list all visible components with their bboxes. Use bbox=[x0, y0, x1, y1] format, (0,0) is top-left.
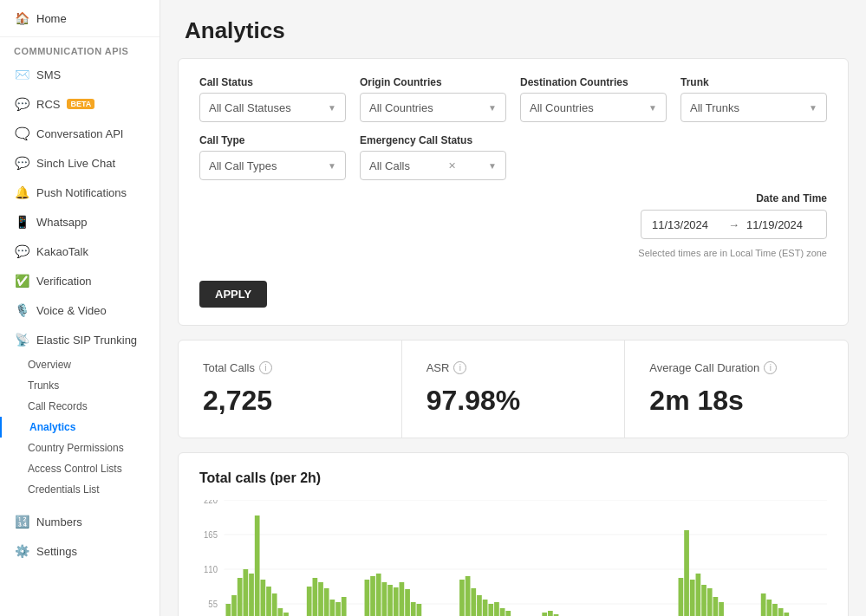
date-to-input[interactable] bbox=[746, 218, 816, 231]
svg-rect-17 bbox=[266, 587, 271, 616]
sidebar-home-label: Home bbox=[36, 12, 67, 25]
call-type-select[interactable]: All Call Types ▼ bbox=[199, 151, 346, 180]
call-type-value: All Call Types bbox=[209, 159, 277, 172]
verification-icon: ✅ bbox=[14, 273, 29, 289]
svg-rect-43 bbox=[477, 595, 482, 616]
asr-value: 97.98% bbox=[426, 385, 601, 417]
sidebar-item-kakao-talk[interactable]: 💬 KakaoTalk bbox=[0, 237, 160, 266]
whatsapp-icon: 📱 bbox=[14, 214, 29, 230]
emergency-status-select[interactable]: All Calls ✕ ▼ bbox=[360, 151, 506, 180]
avg-duration-label: Average Call Duration i bbox=[649, 361, 824, 374]
filter-group-call-type: Call Type All Call Types ▼ bbox=[199, 134, 346, 180]
asr-info-icon[interactable]: i bbox=[453, 361, 466, 374]
sidebar-item-rcs[interactable]: 💬 RCS BETA bbox=[0, 89, 160, 119]
trunk-select[interactable]: All Trunks ▼ bbox=[680, 93, 827, 122]
kakao-talk-icon: 💬 bbox=[14, 243, 29, 259]
sidebar-item-conversation-api-label: Conversation API bbox=[36, 127, 123, 140]
sidebar-item-verification[interactable]: ✅ Verification bbox=[0, 266, 160, 295]
sidebar-item-settings[interactable]: ⚙️ Settings bbox=[0, 536, 160, 566]
sidebar: 🏠 Home Communication APIs ✉️ SMS 💬 RCS B… bbox=[0, 0, 160, 616]
sidebar-sub-call-records[interactable]: Call Records bbox=[0, 396, 160, 417]
date-range-picker[interactable]: → bbox=[641, 210, 827, 239]
sidebar-item-verification-label: Verification bbox=[36, 275, 92, 288]
origin-countries-label: Origin Countries bbox=[360, 76, 506, 88]
svg-rect-27 bbox=[335, 602, 341, 616]
sidebar-item-sms-label: SMS bbox=[36, 68, 61, 81]
sidebar-item-kakao-talk-label: KakaoTalk bbox=[36, 245, 88, 258]
settings-icon: ⚙️ bbox=[14, 543, 29, 559]
sidebar-item-settings-label: Settings bbox=[36, 545, 77, 558]
sidebar-section-label: Communication APIs bbox=[0, 37, 160, 60]
svg-rect-15 bbox=[255, 515, 260, 616]
svg-rect-13 bbox=[243, 569, 248, 616]
sidebar-home[interactable]: 🏠 Home bbox=[0, 0, 160, 37]
numbers-icon: 🔢 bbox=[14, 514, 29, 529]
svg-text:220: 220 bbox=[204, 500, 218, 505]
call-status-value: All Call Statuses bbox=[209, 101, 291, 114]
sidebar-item-live-chat-label: Sinch Live Chat bbox=[36, 157, 115, 170]
trunk-value: All Trunks bbox=[690, 101, 739, 114]
call-status-label: Call Status bbox=[199, 76, 346, 88]
emergency-status-arrow: ▼ bbox=[488, 161, 497, 171]
chart-area: 220 165 110 55 0 bbox=[199, 500, 827, 616]
sidebar-sub-trunks[interactable]: Trunks bbox=[0, 375, 160, 396]
svg-rect-36 bbox=[405, 589, 410, 616]
avg-duration-info-icon[interactable]: i bbox=[764, 361, 777, 374]
sidebar-item-numbers[interactable]: 🔢 Numbers bbox=[0, 507, 160, 536]
date-note: Selected times are in Local Time (EST) z… bbox=[638, 248, 827, 258]
date-from-input[interactable] bbox=[652, 218, 721, 231]
svg-rect-18 bbox=[272, 593, 277, 616]
sidebar-sub-country-permissions[interactable]: Country Permissions bbox=[0, 438, 160, 458]
svg-rect-32 bbox=[382, 582, 387, 616]
date-time-label: Date and Time bbox=[756, 192, 827, 204]
sidebar-item-voice-video[interactable]: 🎙️ Voice & Video bbox=[0, 295, 160, 325]
svg-rect-41 bbox=[466, 576, 471, 616]
svg-rect-61 bbox=[679, 578, 684, 616]
sidebar-item-push-notifications[interactable]: 🔔 Push Notifications bbox=[0, 178, 160, 207]
sidebar-item-elastic-sip[interactable]: 📡 Elastic SIP Trunking bbox=[0, 325, 160, 354]
svg-rect-29 bbox=[365, 580, 370, 616]
destination-countries-label: Destination Countries bbox=[520, 76, 667, 88]
origin-countries-arrow: ▼ bbox=[488, 103, 497, 113]
svg-rect-28 bbox=[342, 597, 347, 616]
sms-icon: ✉️ bbox=[14, 67, 29, 82]
total-calls-info-icon[interactable]: i bbox=[259, 361, 272, 374]
sidebar-item-whatsapp[interactable]: 📱 Whatsapp bbox=[0, 207, 160, 237]
sidebar-item-push-notifications-label: Push Notifications bbox=[36, 186, 127, 199]
svg-rect-34 bbox=[394, 587, 399, 616]
svg-rect-38 bbox=[417, 604, 422, 616]
svg-rect-50 bbox=[548, 611, 553, 616]
svg-rect-37 bbox=[411, 602, 416, 616]
stat-asr: ASR i 97.98% bbox=[402, 340, 626, 438]
apply-button[interactable]: APPLY bbox=[199, 281, 267, 308]
sidebar-item-conversation-api[interactable]: 🗨️ Conversation API bbox=[0, 119, 160, 148]
svg-rect-24 bbox=[318, 582, 323, 616]
svg-rect-69 bbox=[761, 593, 766, 616]
stat-avg-duration: Average Call Duration i 2m 18s bbox=[625, 340, 848, 438]
push-notifications-icon: 🔔 bbox=[14, 185, 29, 200]
filter-row-2: Call Type All Call Types ▼ Emergency Cal… bbox=[199, 134, 827, 180]
svg-rect-45 bbox=[488, 604, 493, 616]
trunk-arrow: ▼ bbox=[809, 103, 817, 113]
svg-rect-68 bbox=[719, 602, 724, 616]
sidebar-item-sms[interactable]: ✉️ SMS bbox=[0, 60, 160, 89]
elastic-sip-icon: 📡 bbox=[14, 332, 29, 347]
origin-countries-select[interactable]: All Countries ▼ bbox=[360, 93, 506, 122]
svg-rect-11 bbox=[231, 595, 237, 616]
svg-text:110: 110 bbox=[204, 565, 218, 574]
conversation-api-icon: 🗨️ bbox=[14, 126, 29, 141]
call-type-label: Call Type bbox=[199, 134, 346, 146]
sidebar-sub-overview[interactable]: Overview bbox=[0, 354, 160, 375]
sidebar-item-sinch-live-chat[interactable]: 💬 Sinch Live Chat bbox=[0, 148, 160, 178]
svg-rect-42 bbox=[471, 588, 476, 616]
rcs-icon: 💬 bbox=[14, 96, 29, 112]
chart-title: Total calls (per 2h) bbox=[199, 470, 827, 486]
sidebar-sub-access-control-lists[interactable]: Access Control Lists bbox=[0, 458, 160, 479]
emergency-status-clear[interactable]: ✕ bbox=[448, 160, 456, 172]
destination-countries-select[interactable]: All Countries ▼ bbox=[520, 93, 667, 122]
call-status-select[interactable]: All Call Statuses ▼ bbox=[199, 93, 346, 122]
sidebar-sub-credentials-list[interactable]: Credentials List bbox=[0, 479, 160, 500]
svg-rect-35 bbox=[400, 582, 405, 616]
sidebar-sub-analytics[interactable]: Analytics bbox=[0, 417, 160, 438]
svg-rect-72 bbox=[778, 608, 784, 616]
